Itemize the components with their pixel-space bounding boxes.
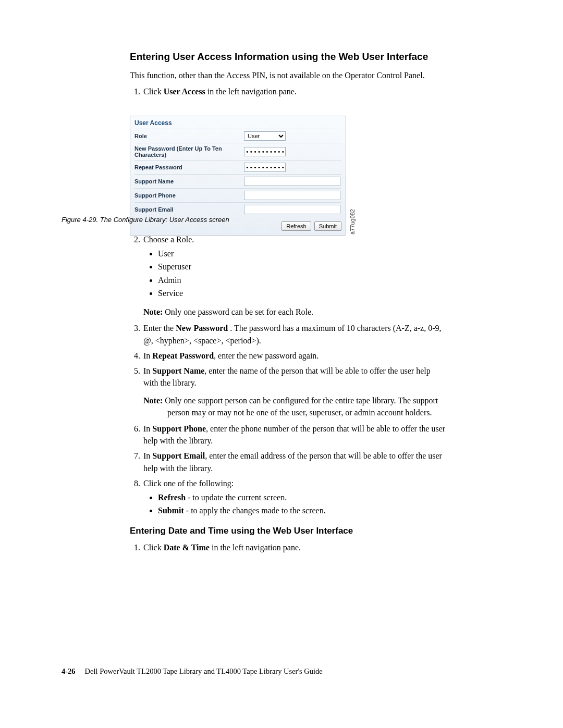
intro-paragraph: This function, other than the Access PIN… <box>130 70 447 81</box>
new-password-input[interactable] <box>244 147 286 156</box>
panel-title: User Access <box>134 119 341 127</box>
page-number: 4-26 <box>62 667 76 676</box>
role-option-user: User <box>158 248 447 260</box>
step-3: Enter the New Password . The password ha… <box>142 322 447 346</box>
support-email-label: Support Email <box>134 206 244 213</box>
repeat-password-input[interactable] <box>244 163 286 172</box>
step-1: Click User Access in the left navigation… <box>142 85 447 97</box>
support-phone-input[interactable] <box>244 191 340 200</box>
step-1-bold: User Access <box>164 87 205 96</box>
step-5: In Support Name, enter the name of the p… <box>142 365 447 418</box>
step8-opt-submit: Submit - to apply the changes made to th… <box>158 504 447 516</box>
role-label: Role <box>134 133 244 139</box>
support-name-input[interactable] <box>244 177 340 186</box>
figure-id-label: a77ug082 <box>349 209 356 235</box>
step-6: In Support Phone, enter the phone number… <box>142 423 447 447</box>
refresh-button[interactable]: Refresh <box>282 221 311 231</box>
role-select[interactable]: User <box>244 131 286 141</box>
section-heading-date-time: Entering Date and Time using the Web Use… <box>130 526 447 536</box>
step-2-text: Choose a Role. <box>143 235 194 244</box>
figure-caption: Figure 4-29. The Configure Library: User… <box>62 216 229 224</box>
support-phone-label: Support Phone <box>134 192 244 199</box>
section-heading-user-access: Entering User Access Information using t… <box>130 51 447 63</box>
step-8: Click one of the following: Refresh - to… <box>142 477 447 517</box>
step-1-pre: Click <box>143 87 164 96</box>
footer-title: Dell PowerVault TL2000 Tape Library and … <box>85 667 323 676</box>
support-name-label: Support Name <box>134 178 244 184</box>
role-option-superuser: Superuser <box>158 261 447 273</box>
step-7: In Support Email, enter the email addres… <box>142 450 447 474</box>
role-option-service: Service <box>158 287 447 299</box>
step-2: Choose a Role. User Superuser Admin Serv… <box>142 233 447 318</box>
new-password-label: New Password (Enter Up To Ten Characters… <box>134 145 244 158</box>
note-step2: Note: Only one password can be set for e… <box>143 306 447 318</box>
role-option-admin: Admin <box>158 274 447 286</box>
dt-step-1: Click Date & Time in the left navigation… <box>142 541 447 553</box>
page-footer: 4-26 Dell PowerVault TL2000 Tape Library… <box>62 667 323 676</box>
step8-opt-refresh: Refresh - to update the current screen. <box>158 491 447 503</box>
repeat-password-label: Repeat Password <box>134 164 244 170</box>
step-1-post: in the left navigation pane. <box>205 87 297 96</box>
support-email-input[interactable] <box>244 205 340 214</box>
step-4: In Repeat Password, enter the new passwo… <box>142 350 447 362</box>
note-step5: Note: Only one support person can be con… <box>143 395 447 418</box>
submit-button[interactable]: Submit <box>314 221 341 231</box>
